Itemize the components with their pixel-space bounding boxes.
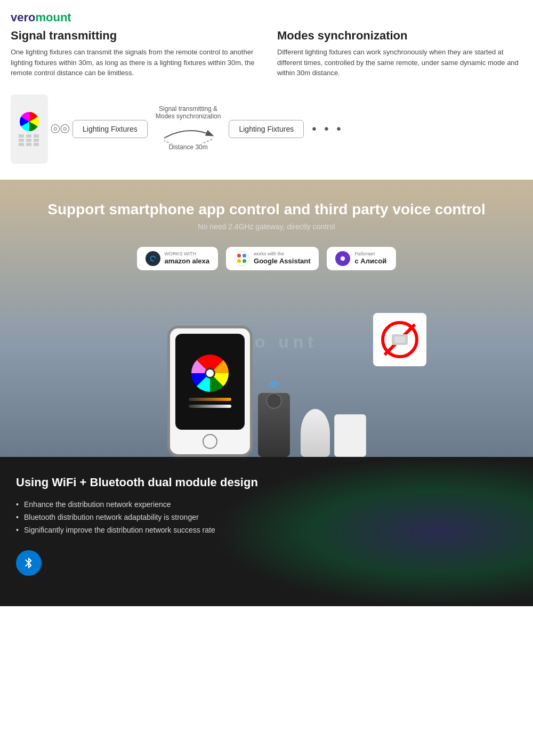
- fixture-box-1: Lighting Fixtures: [72, 120, 148, 138]
- remote-buttons: [19, 134, 40, 146]
- logo: veromount: [11, 11, 522, 25]
- alexa-icon: [146, 251, 160, 266]
- bluetooth-icon: [16, 550, 42, 576]
- remote-btn: [19, 134, 24, 138]
- gateway-device-icon: [392, 334, 408, 345]
- smart-title: Support smartphone app control and third…: [11, 201, 522, 218]
- no-gateway-badge: [373, 313, 426, 366]
- alexa-badge: WORKS WITH amazon alexa: [137, 247, 219, 271]
- feature-signal: Signal transmitting One lighting fixture…: [11, 29, 256, 78]
- phone-slider-1: [189, 398, 231, 401]
- feature-modes: Modes synchronization Different lighting…: [277, 29, 522, 78]
- bluetooth-section: Using WiFi + Bluetooth dual module desig…: [0, 457, 533, 606]
- remote-btn: [26, 134, 31, 138]
- remote-btn: [19, 139, 24, 142]
- bt-point-2: Bluetooth distribution network adaptabil…: [16, 513, 517, 521]
- google-dots: [237, 254, 247, 263]
- modes-title: Modes synchronization: [277, 29, 522, 43]
- google-badge: works with the Google Assistant: [226, 247, 319, 271]
- distance-label: Distance 30m: [168, 143, 207, 151]
- alice-badge: Работает с Алисой: [327, 247, 396, 271]
- remote-btn: [19, 143, 24, 146]
- logo-vero: vero: [11, 11, 35, 24]
- arrow-svg: [159, 122, 217, 143]
- arrow-label-1: Signal transmitting & Modes synchronizat…: [156, 105, 221, 120]
- remote-btn: [26, 139, 31, 142]
- alice-icon: [335, 251, 350, 266]
- remote-color-wheel: [20, 112, 39, 131]
- svg-point-3: [273, 386, 275, 388]
- bt-point-1: Enhance the distribution network experie…: [16, 500, 517, 509]
- arrow-area: Signal transmitting & Modes synchronizat…: [156, 105, 221, 153]
- phone-color-wheel: [191, 355, 229, 392]
- wifi-waves-icon: [266, 377, 282, 390]
- modes-desc: Different lighting fixtures can work syn…: [277, 47, 522, 78]
- phone-mock: [167, 326, 253, 457]
- smart-subtitle: No need 2.4GHz gateway, directly control: [11, 222, 522, 231]
- phone-center-dot: [205, 368, 215, 379]
- remote-btn: [34, 143, 39, 146]
- features-row: Signal transmitting One lighting fixture…: [11, 29, 522, 78]
- no-sign-icon: [381, 321, 418, 358]
- remote-btn: [26, 143, 31, 146]
- google-text: works with the Google Assistant: [254, 251, 310, 267]
- remote-btn: [34, 139, 39, 142]
- logo-mount: mount: [35, 11, 71, 24]
- more-dots: • • •: [312, 122, 343, 136]
- fixture-box-2: Lighting Fixtures: [229, 120, 304, 138]
- svg-point-2: [341, 256, 345, 261]
- speaker-ring: [266, 393, 282, 409]
- google-icon: [235, 251, 249, 266]
- remote-btn: [34, 134, 39, 138]
- signal-title: Signal transmitting: [11, 29, 256, 43]
- alexa-text: WORKS WITH amazon alexa: [165, 251, 210, 267]
- phone-screen: [175, 334, 245, 430]
- section-top: veromount Signal transmitting One lighti…: [0, 0, 533, 84]
- gateway-inner: [394, 336, 405, 343]
- smart-section: Vero unt Support smartphone app control …: [0, 180, 533, 457]
- phone-home-button: [203, 434, 217, 449]
- alice-text: Работает с Алисой: [354, 251, 386, 267]
- phone-scene: [11, 286, 522, 457]
- voice-badges: WORKS WITH amazon alexa works with the G…: [11, 247, 522, 271]
- signal-waves-icon: ⦾⦾: [51, 122, 70, 136]
- diagram-section: ⦾⦾ Lighting Fixtures Signal transmitting…: [0, 84, 533, 180]
- signal-desc: One lighting fixtures can transmit the s…: [11, 47, 256, 78]
- google-home-device: [301, 409, 330, 457]
- phone-slider-2: [189, 405, 231, 408]
- remote-control: [11, 94, 48, 164]
- bt-point-3: Significantly improve the distribution n…: [16, 526, 517, 534]
- bt-list: Enhance the distribution network experie…: [16, 500, 517, 534]
- white-box-device: [334, 414, 366, 457]
- echo-speaker: [258, 393, 290, 457]
